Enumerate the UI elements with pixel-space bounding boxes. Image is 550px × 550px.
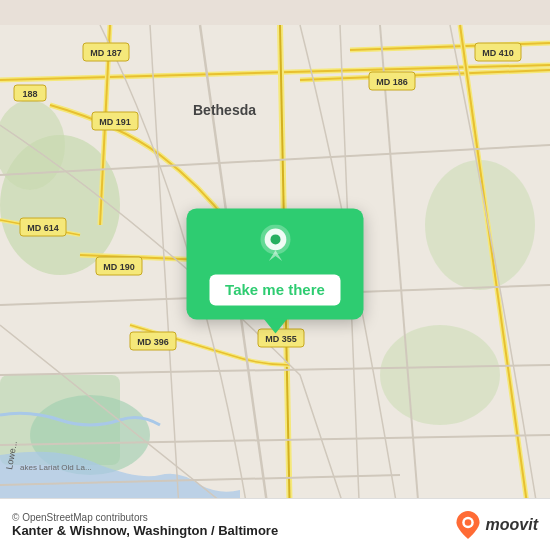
popup-card: Take me there	[187, 208, 364, 319]
moovit-pin-icon	[454, 511, 482, 539]
take-me-there-button[interactable]: Take me there	[209, 274, 341, 305]
svg-text:MD 187: MD 187	[90, 48, 122, 58]
moovit-logo[interactable]: moovit	[454, 511, 538, 539]
svg-text:188: 188	[22, 89, 37, 99]
bottom-left: © OpenStreetMap contributors Kanter & Wi…	[12, 512, 278, 538]
svg-text:MD 396: MD 396	[137, 337, 169, 347]
svg-text:Bethesda: Bethesda	[193, 102, 256, 118]
moovit-label: moovit	[486, 516, 538, 534]
svg-point-32	[464, 519, 471, 526]
svg-text:MD 614: MD 614	[27, 223, 59, 233]
svg-text:MD 410: MD 410	[482, 48, 514, 58]
map-container: MD 187 MD 410 188 MD 191 MD 186 MD 614 M…	[0, 0, 550, 550]
location-title: Kanter & Wishnow, Washington / Baltimore	[12, 523, 278, 538]
svg-point-30	[270, 234, 280, 244]
location-pin-icon	[255, 224, 295, 264]
svg-point-5	[380, 325, 500, 425]
osm-credit: © OpenStreetMap contributors	[12, 512, 278, 523]
svg-text:MD 355: MD 355	[265, 334, 297, 344]
svg-text:MD 186: MD 186	[376, 77, 408, 87]
bottom-bar: © OpenStreetMap contributors Kanter & Wi…	[0, 498, 550, 550]
svg-text:akes Lariat Old La...: akes Lariat Old La...	[20, 463, 92, 472]
svg-text:MD 191: MD 191	[99, 117, 131, 127]
svg-text:MD 190: MD 190	[103, 262, 135, 272]
